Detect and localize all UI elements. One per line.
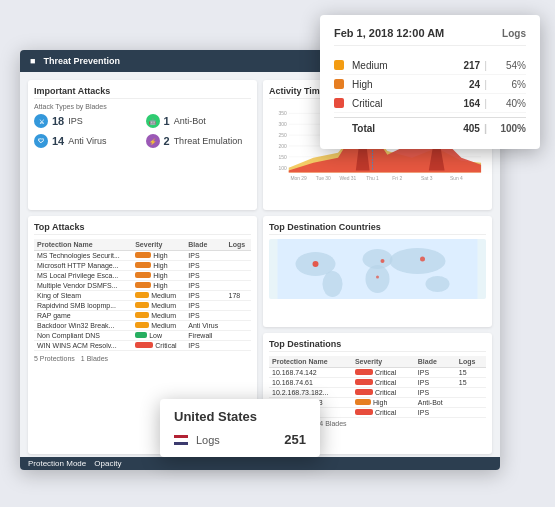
table-row: Rapidvind SMB loopmp... Medium IPS [34,301,251,311]
us-popup-row: Logs 251 [174,432,306,447]
critical-dot [334,98,344,108]
svg-text:Tue 30: Tue 30 [316,176,331,181]
attack-ips: ⚔ 18 IPS [34,114,140,128]
dest-col-sev: Severity [352,356,415,368]
world-map [269,239,486,299]
tooltip-logs-label: Logs [502,28,526,39]
antibot-icon: 🤖 [146,114,160,128]
svg-text:150: 150 [279,155,287,160]
critical-label: Critical [352,98,445,109]
svg-point-28 [366,265,390,293]
antivirus-label: Anti Virus [68,136,106,146]
critical-percent: 40% [491,98,526,109]
table-row: 10.168.74.142 Critical IPS 15 [269,367,486,377]
dashboard-title: ■ [30,56,35,66]
top-attacks-body: MS Technologies Securit... High IPS Micr… [34,251,251,351]
svg-text:350: 350 [279,111,287,116]
ips-icon: ⚔ [34,114,48,128]
medium-label: Medium [352,60,445,71]
us-popup-title: United States [174,409,306,424]
critical-value: 164 [445,98,480,109]
protection-mode-label: Protection Mode [28,459,86,468]
dest-countries-title: Top Destination Countries [269,222,486,235]
table-row: 10.168.74.61 Critical IPS 15 [269,377,486,387]
important-attacks-title: Important Attacks [34,86,251,99]
table-row: WIN WINS ACM Resolv... Critical IPS [34,341,251,351]
svg-point-33 [420,257,425,262]
svg-text:200: 200 [279,144,287,149]
medium-percent: 54% [491,60,526,71]
svg-point-34 [376,276,379,279]
attack-types-grid: ⚔ 18 IPS 🤖 1 Anti-Bot 🛡 14 Anti Virus ⚡ … [34,114,251,148]
opacity-label: Opacity [94,459,121,468]
protection-mode-item: Protection Mode [28,459,86,468]
svg-text:300: 300 [279,122,287,127]
attacks-footer: 5 Protections 1 Blades [34,355,251,362]
dest-countries-panel: Top Destination Countries [263,216,492,326]
high-dot [334,79,344,89]
svg-text:100: 100 [279,166,287,171]
medium-dot [334,60,344,70]
opacity-item: Opacity [94,459,121,468]
us-flag-icon [174,435,188,445]
antibot-count: 1 [164,115,170,127]
svg-point-27 [390,248,446,274]
attack-antibot: 🤖 1 Anti-Bot [146,114,252,128]
table-row: King of Steam Medium IPS 178 [34,291,251,301]
tooltip-row-total: Total 405 | 100% [334,117,526,137]
ips-count: 18 [52,115,64,127]
high-label: High [352,79,445,90]
table-row: Multiple Vendor DSMFS... High IPS [34,281,251,291]
svg-point-31 [313,261,319,267]
attack-types-subtitle: Attack Types by Blades [34,103,251,110]
svg-point-30 [426,276,450,292]
attack-threat: ⚡ 2 Threat Emulation [146,134,252,148]
svg-text:Fri 2: Fri 2 [392,176,402,181]
us-popup: United States Logs 251 [160,399,320,457]
total-value: 405 [445,123,480,134]
total-label: Total [352,123,445,134]
dest-col-name: Protection Name [269,356,352,368]
threat-count: 2 [164,135,170,147]
dest-blades: 4 Blades [319,420,346,427]
col-protection: Protection Name [34,239,132,251]
dashboard-label: Threat Prevention [43,56,120,66]
medium-value: 217 [445,60,480,71]
table-row: Microsoft HTTP Manage... High IPS [34,261,251,271]
total-dot [334,123,344,133]
svg-text:Mon 29: Mon 29 [290,176,307,181]
dest-col-blade: Blade [415,356,456,368]
col-severity: Severity [132,239,185,251]
status-bar: Protection Mode Opacity [20,457,500,470]
svg-text:Sat 3: Sat 3 [421,176,433,181]
antivirus-icon: 🛡 [34,134,48,148]
svg-text:Wed 31: Wed 31 [339,176,356,181]
threat-label: Threat Emulation [174,136,243,146]
blade-count: 1 Blades [81,355,108,362]
table-row: 10.2.168.73.182... Critical IPS [269,387,486,397]
us-logs-value: 251 [284,432,306,447]
threat-icon: ⚡ [146,134,160,148]
date-tooltip: Feb 1, 2018 12:00 AM Logs Medium 217 | 5… [320,15,540,149]
attack-antivirus: 🛡 14 Anti Virus [34,134,140,148]
svg-point-29 [323,271,343,297]
map-svg [269,239,486,299]
tooltip-row-critical: Critical 164 | 40% [334,94,526,113]
tooltip-row-high: High 24 | 6% [334,75,526,94]
top-attacks-title: Top Attacks [34,222,251,235]
top-dest-title: Top Destinations [269,339,486,352]
table-row: MS Technologies Securit... High IPS [34,251,251,261]
svg-text:250: 250 [279,133,287,138]
high-percent: 6% [491,79,526,90]
col-logs: Logs [225,239,251,251]
svg-point-32 [381,259,385,263]
svg-text:Sun 4: Sun 4 [450,176,463,181]
important-attacks-panel: Important Attacks Attack Types by Blades… [28,80,257,210]
tooltip-date: Feb 1, 2018 12:00 AM [334,27,444,39]
high-value: 24 [445,79,480,90]
tooltip-header: Feb 1, 2018 12:00 AM Logs [334,27,526,46]
top-attacks-table: Protection Name Severity Blade Logs MS T… [34,239,251,351]
table-row: Non Compliant DNS Low Firewall [34,331,251,341]
table-row: RAP game Medium IPS [34,311,251,321]
table-row: MS Local Privilege Esca... High IPS [34,271,251,281]
